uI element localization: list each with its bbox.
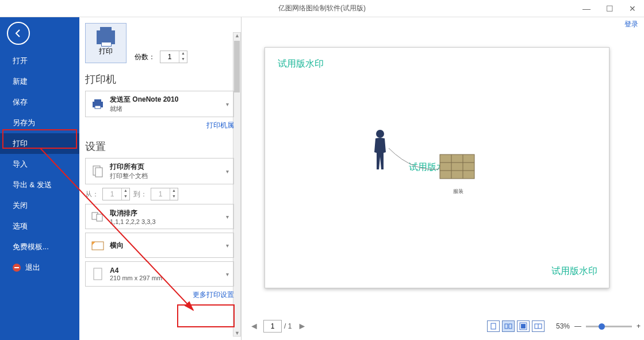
pages-title: 打印所有页 [110,162,148,172]
paper-sub: 210 mm x 297 mm [110,275,162,281]
collate-icon [90,209,105,224]
printer-section-title: 打印机 [85,72,234,86]
sidebar-item-close[interactable]: 关闭 [0,195,79,216]
print-preview: 试用版水印 试用版水印 试用版水印 服装 [253,40,627,304]
sidebar-item-options[interactable]: 选项 [0,216,79,237]
orientation-selector[interactable]: 横向 [85,233,234,258]
back-button[interactable] [7,22,30,45]
print-button[interactable]: 打印 [85,23,126,63]
pages-icon [90,164,105,179]
zoom-in-button[interactable]: + [637,322,641,330]
sidebar-item-label: 保存 [13,97,28,107]
copies-spinner[interactable]: ▲▼ [160,51,187,63]
close-button[interactable]: ✕ [621,0,644,17]
sidebar-item-import[interactable]: 导入 [0,154,79,175]
view-fit-width-button[interactable] [517,320,530,332]
svg-rect-16 [491,323,496,329]
sidebar-item-label: 新建 [13,76,28,87]
spinner-up[interactable]: ▲ [170,188,178,194]
from-input[interactable] [103,188,121,200]
spinner-down[interactable]: ▼ [121,194,129,200]
view-multi-page-button[interactable] [502,320,515,332]
zoom-out-button[interactable]: — [574,322,581,330]
from-spinner[interactable]: ▲▼ [102,188,130,200]
from-label: 从： [85,190,99,199]
spinner-up[interactable]: ▲ [179,51,187,57]
svg-rect-4 [95,168,102,177]
svg-point-10 [376,130,384,138]
svg-rect-1 [94,99,101,102]
collate-sub: 1,1,1 2,2,2 3,3,3 [110,218,156,225]
svg-rect-9 [94,268,102,280]
zoom-percent: 53% [556,322,570,330]
sidebar-item-exit[interactable]: 退出 [0,257,79,278]
to-input[interactable] [151,188,170,200]
sidebar-item-label: 免费模板... [13,242,49,252]
zoom-slider[interactable] [586,326,632,327]
sidebar-item-label: 选项 [13,221,28,231]
view-single-page-button[interactable] [487,320,500,332]
login-link[interactable]: 登录 [624,20,638,29]
sidebar-item-label: 打开 [13,56,28,66]
sidebar-item-export[interactable]: 导出 & 发送 [0,175,79,195]
minimize-button[interactable]: — [575,0,598,17]
sidebar-item-save[interactable]: 保存 [0,92,79,113]
spinner-down[interactable]: ▼ [170,194,178,200]
copies-input[interactable] [160,51,179,63]
svg-rect-2 [95,106,101,109]
sidebar-item-label: 导入 [13,159,28,169]
next-page-button[interactable]: ► [295,319,309,333]
collate-selector[interactable]: 取消排序 1,1,1 2,2,2 3,3,3 [85,204,234,229]
copies-label: 份数： [135,52,155,62]
watermark: 试用版水印 [278,58,324,70]
svg-rect-20 [521,324,526,329]
cabinet-figure: 服装 [438,151,479,195]
cabinet-label: 服装 [438,188,479,195]
sidebar-item-templates[interactable]: 免费模板... [0,237,79,257]
printer-name: 发送至 OneNote 2010 [110,95,178,105]
watermark: 试用版水印 [551,265,597,277]
paper-icon [90,266,105,281]
printer-properties-link[interactable]: 打印机属 [85,121,234,130]
arrow-left-icon [13,28,24,38]
sidebar-item-label: 退出 [25,262,40,273]
page-number-input[interactable] [263,320,282,333]
maximize-button[interactable]: ☐ [598,0,621,17]
to-spinner[interactable]: ▲▼ [151,188,178,200]
view-whole-page-button[interactable] [532,320,545,332]
prev-page-button[interactable]: ◄ [247,319,261,333]
to-label: 到： [133,190,147,199]
svg-rect-6 [97,214,102,221]
sidebar-item-saveas[interactable]: 另存为 [0,113,79,133]
settings-section-title: 设置 [85,140,234,153]
orientation-icon [90,238,105,253]
more-print-settings-link[interactable]: 更多打印设置 [85,290,234,300]
paper-size-selector[interactable]: A4 210 mm x 297 mm [85,261,234,287]
paper-title: A4 [110,266,162,275]
sidebar-item-label: 另存为 [13,118,35,128]
sidebar-item-open[interactable]: 打开 [0,51,79,71]
print-button-label: 打印 [99,47,113,56]
scroll-thumb[interactable] [234,41,240,92]
printer-device-icon [90,96,105,111]
sidebar-item-print[interactable]: 打印 [0,133,79,154]
print-settings-panel: 打印 份数： ▲▼ 打印机 发送至 OneNote 2010 就绪 [79,17,241,340]
printer-selector[interactable]: 发送至 OneNote 2010 就绪 [85,91,234,117]
page-total: / 1 [284,322,292,330]
svg-rect-11 [440,154,474,179]
zoom-thumb[interactable] [599,323,605,330]
spinner-down[interactable]: ▼ [179,57,187,63]
svg-rect-17 [505,324,508,329]
spinner-up[interactable]: ▲ [121,188,129,194]
sidebar-item-new[interactable]: 新建 [0,71,79,92]
print-pages-selector[interactable]: 打印所有页 打印整个文档 [85,158,234,184]
vertical-scrollbar[interactable] [233,32,241,337]
file-menu-sidebar: 打开 新建 保存 另存为 打印 导入 导出 & 发送 关闭 选项 免费模板...… [0,17,79,340]
collate-title: 取消排序 [110,208,156,218]
preview-page: 试用版水印 试用版水印 试用版水印 服装 [264,47,610,288]
exit-icon [13,264,21,272]
preview-bottom-bar: ◄ / 1 ► 53% — + [247,315,641,338]
app-title: 亿图网络图绘制软件(试用版) [278,3,366,13]
svg-rect-18 [509,324,512,329]
printer-status: 就绪 [110,105,178,113]
